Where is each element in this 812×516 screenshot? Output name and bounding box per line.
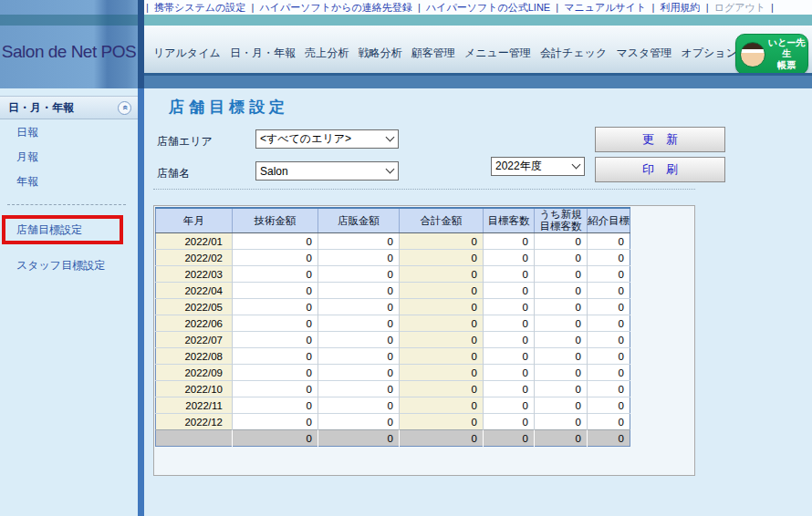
value-cell[interactable]: 0 xyxy=(318,397,400,414)
value-cell[interactable]: 0 xyxy=(535,414,588,430)
value-cell[interactable]: 0 xyxy=(484,397,535,414)
value-cell[interactable]: 0 xyxy=(233,365,318,381)
value-cell[interactable]: 0 xyxy=(588,266,630,283)
value-cell[interactable]: 0 xyxy=(233,414,318,430)
value-cell[interactable]: 0 xyxy=(484,348,535,365)
value-cell[interactable]: 0 xyxy=(233,283,318,299)
value-cell[interactable]: 0 xyxy=(588,348,630,365)
nav-tab[interactable]: リアルタイム xyxy=(153,46,221,61)
utility-menu-item[interactable]: ハイパーソフトの公式LINE xyxy=(426,1,550,15)
nav-tab[interactable]: 顧客管理 xyxy=(411,46,455,61)
value-cell[interactable]: 0 xyxy=(535,233,588,250)
nav-tab[interactable]: 会計チェック xyxy=(540,46,607,61)
value-cell[interactable]: 0 xyxy=(588,365,630,381)
brand-logo[interactable]: Salon de Net POS xyxy=(0,42,138,62)
value-cell[interactable]: 0 xyxy=(588,299,630,315)
value-cell[interactable]: 0 xyxy=(484,266,535,283)
utility-menu-item[interactable]: ハイパーソフトからの連絡先登録 xyxy=(259,1,411,15)
value-cell[interactable]: 0 xyxy=(400,283,484,299)
value-cell[interactable]: 0 xyxy=(400,332,484,348)
value-cell[interactable]: 0 xyxy=(233,332,318,348)
value-cell[interactable]: 0 xyxy=(588,414,630,430)
nav-tab[interactable]: メニュー管理 xyxy=(464,46,531,61)
value-cell[interactable]: 0 xyxy=(535,365,588,381)
value-cell[interactable]: 0 xyxy=(233,315,318,332)
sidebar-item[interactable]: 年報 xyxy=(0,174,138,190)
value-cell[interactable]: 0 xyxy=(535,315,588,332)
value-cell[interactable]: 0 xyxy=(535,332,588,348)
value-cell[interactable]: 0 xyxy=(400,348,484,365)
fiscal-year-select[interactable]: 2022年度 xyxy=(491,157,585,176)
value-cell[interactable]: 0 xyxy=(588,233,630,250)
value-cell[interactable]: 0 xyxy=(535,348,588,365)
update-button[interactable]: 更 新 xyxy=(595,127,725,152)
value-cell[interactable]: 0 xyxy=(318,381,400,397)
value-cell[interactable]: 0 xyxy=(318,233,400,250)
value-cell[interactable]: 0 xyxy=(400,315,484,332)
value-cell[interactable]: 0 xyxy=(318,348,400,365)
value-cell[interactable]: 0 xyxy=(484,414,535,430)
value-cell[interactable]: 0 xyxy=(535,397,588,414)
value-cell[interactable]: 0 xyxy=(484,381,535,397)
value-cell[interactable]: 0 xyxy=(233,250,318,266)
value-cell[interactable]: 0 xyxy=(400,381,484,397)
value-cell[interactable]: 0 xyxy=(400,266,484,283)
value-cell[interactable]: 0 xyxy=(233,381,318,397)
value-cell[interactable]: 0 xyxy=(588,397,630,414)
value-cell[interactable]: 0 xyxy=(588,315,630,332)
value-cell[interactable]: 0 xyxy=(400,414,484,430)
value-cell[interactable]: 0 xyxy=(588,283,630,299)
sidebar-header[interactable]: 日・月・年報 « xyxy=(0,96,138,119)
nav-tab[interactable]: 戦略分析 xyxy=(358,46,401,61)
value-cell[interactable]: 0 xyxy=(318,250,400,266)
sidebar-item-staff-target[interactable]: スタッフ目標設定 xyxy=(0,258,138,273)
value-cell[interactable]: 0 xyxy=(318,414,400,430)
sidebar-item-store-target[interactable]: 店舗目標設定 xyxy=(5,222,82,238)
store-name-select[interactable]: Salon xyxy=(255,161,399,181)
value-cell[interactable]: 0 xyxy=(318,365,400,381)
value-cell[interactable]: 0 xyxy=(484,250,535,266)
value-cell[interactable]: 0 xyxy=(400,299,484,315)
value-cell[interactable]: 0 xyxy=(484,365,535,381)
print-button[interactable]: 印 刷 xyxy=(595,157,725,182)
value-cell[interactable]: 0 xyxy=(535,381,588,397)
sidebar-item[interactable]: 月報 xyxy=(0,150,138,165)
utility-menu-item[interactable]: 携帯システムの設定 xyxy=(154,1,245,15)
collapse-icon[interactable]: « xyxy=(118,101,131,115)
value-cell[interactable]: 0 xyxy=(233,233,318,250)
value-cell[interactable]: 0 xyxy=(233,299,318,315)
value-cell[interactable]: 0 xyxy=(588,250,630,266)
utility-menu-item[interactable]: 利用規約 xyxy=(661,1,701,15)
value-cell[interactable]: 0 xyxy=(318,315,400,332)
nav-tab[interactable]: オプション xyxy=(682,46,737,61)
value-cell[interactable]: 0 xyxy=(535,250,588,266)
sidebar-item[interactable]: 日報 xyxy=(0,125,138,140)
value-cell[interactable]: 0 xyxy=(400,233,484,250)
value-cell[interactable]: 0 xyxy=(588,381,630,397)
utility-menu-item[interactable]: ログアウト xyxy=(714,1,765,15)
nav-tab[interactable]: 日・月・年報 xyxy=(230,46,296,61)
store-area-select[interactable]: <すべてのエリア> xyxy=(255,129,399,149)
value-cell[interactable]: 0 xyxy=(318,266,400,283)
value-cell[interactable]: 0 xyxy=(535,299,588,315)
value-cell[interactable]: 0 xyxy=(400,397,484,414)
value-cell[interactable]: 0 xyxy=(318,283,400,299)
value-cell[interactable]: 0 xyxy=(318,299,400,315)
user-badge[interactable]: いとー先生 帳票 xyxy=(735,34,808,75)
value-cell[interactable]: 0 xyxy=(233,266,318,283)
value-cell[interactable]: 0 xyxy=(484,283,535,299)
value-cell[interactable]: 0 xyxy=(318,332,400,348)
value-cell[interactable]: 0 xyxy=(535,266,588,283)
nav-tab[interactable]: マスタ管理 xyxy=(616,46,671,61)
value-cell[interactable]: 0 xyxy=(484,299,535,315)
nav-tab[interactable]: 売上分析 xyxy=(305,46,349,61)
value-cell[interactable]: 0 xyxy=(484,315,535,332)
value-cell[interactable]: 0 xyxy=(588,332,630,348)
utility-menu-item[interactable]: マニュアルサイト xyxy=(564,1,646,15)
value-cell[interactable]: 0 xyxy=(535,283,588,299)
value-cell[interactable]: 0 xyxy=(484,233,535,250)
value-cell[interactable]: 0 xyxy=(233,397,318,414)
value-cell[interactable]: 0 xyxy=(400,250,484,266)
value-cell[interactable]: 0 xyxy=(484,332,535,348)
value-cell[interactable]: 0 xyxy=(400,365,484,381)
